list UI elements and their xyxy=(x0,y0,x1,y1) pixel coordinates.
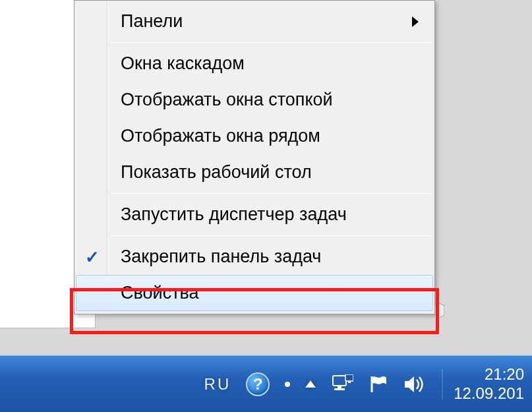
submenu-arrow-icon xyxy=(412,16,419,27)
menu-item-label: Отображать окна рядом xyxy=(121,126,320,146)
clock-time: 21:20 xyxy=(454,365,524,384)
tray-divider xyxy=(442,369,443,399)
volume-icon[interactable] xyxy=(403,374,426,394)
menu-item-label: Показать рабочий стол xyxy=(121,162,312,182)
tray-divider-marker xyxy=(435,303,444,318)
svg-rect-3 xyxy=(345,374,353,381)
action-center-flag-icon[interactable] xyxy=(369,374,388,394)
menu-item-label: Панели xyxy=(121,11,183,31)
svg-rect-1 xyxy=(338,386,341,388)
svg-rect-2 xyxy=(334,388,345,390)
svg-rect-0 xyxy=(333,376,346,386)
taskbar[interactable]: RU ? xyxy=(0,355,532,412)
menu-item-show-desktop[interactable]: Показать рабочий стол xyxy=(76,154,433,191)
menu-item-panels[interactable]: Панели xyxy=(76,3,433,40)
menu-separator xyxy=(110,193,432,194)
show-hidden-icons-button[interactable] xyxy=(305,380,316,388)
menu-item-label: Запустить диспетчер задач xyxy=(121,204,347,224)
taskbar-context-menu: Панели Окна каскадом Отображать окна сто… xyxy=(74,0,435,314)
tray-generic-icon[interactable] xyxy=(285,382,290,387)
menu-item-stack[interactable]: Отображать окна стопкой xyxy=(76,82,433,118)
svg-rect-4 xyxy=(348,381,351,383)
help-icon[interactable]: ? xyxy=(246,372,270,396)
language-indicator[interactable]: RU xyxy=(204,375,231,394)
menu-item-sidebyside[interactable]: Отображать окна рядом xyxy=(76,118,433,154)
network-icon[interactable] xyxy=(331,374,353,394)
menu-separator xyxy=(110,235,432,236)
menu-item-properties[interactable]: Свойства xyxy=(76,275,433,311)
menu-item-label: Свойства xyxy=(121,283,199,303)
system-tray: RU ? xyxy=(204,372,438,396)
clock[interactable]: 21:20 12.09.201 xyxy=(447,365,524,403)
menu-item-label: Окна каскадом xyxy=(121,53,245,73)
menu-item-task-manager[interactable]: Запустить диспетчер задач xyxy=(76,196,433,233)
menu-item-lock-taskbar[interactable]: ✓ Закрепить панель задач xyxy=(76,239,433,275)
clock-date: 12.09.201 xyxy=(454,384,524,403)
menu-item-label: Закрепить панель задач xyxy=(121,247,321,266)
menu-item-cascade[interactable]: Окна каскадом xyxy=(76,45,433,82)
menu-separator xyxy=(110,42,432,43)
menu-item-label: Отображать окна стопкой xyxy=(121,90,333,109)
help-glyph: ? xyxy=(253,375,263,394)
checkmark-icon: ✓ xyxy=(85,247,100,267)
